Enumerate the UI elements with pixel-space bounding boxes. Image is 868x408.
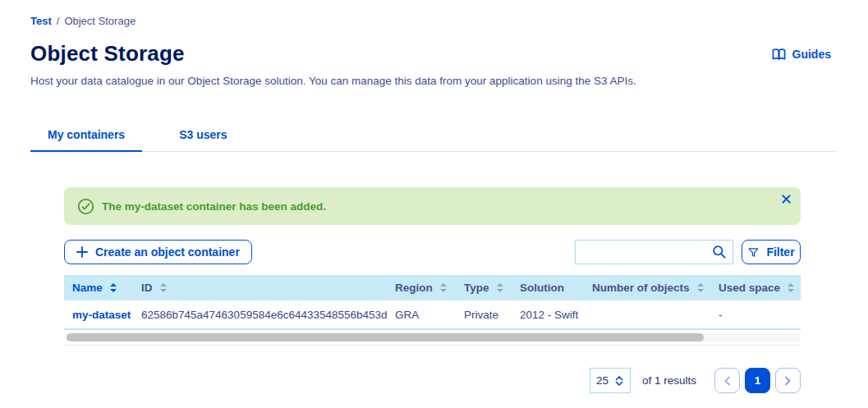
column-label: Region — [395, 282, 433, 294]
guides-link[interactable]: Guides — [772, 48, 831, 61]
column-label: Number of objects — [592, 282, 690, 294]
sort-icon — [160, 283, 167, 292]
sort-icon — [440, 283, 447, 292]
column-header-id[interactable]: ID — [141, 282, 395, 294]
search-box — [575, 240, 733, 264]
search-input[interactable] — [575, 240, 733, 264]
cell-solution: 2012 - Swift — [520, 309, 592, 321]
horizontal-scrollbar-thumb[interactable] — [67, 333, 704, 342]
tab-my-containers[interactable]: My containers — [30, 120, 142, 152]
table-row: my-dataset 62586b745a47463059584e6c64433… — [64, 300, 801, 330]
filter-button[interactable]: Filter — [742, 240, 801, 264]
next-page-button[interactable] — [775, 368, 801, 393]
tab-s3-users[interactable]: S3 users — [162, 120, 244, 152]
alert-message: The my-dataset container has been added. — [102, 200, 326, 213]
previous-page-button[interactable] — [714, 368, 740, 393]
alert-close-button[interactable] — [780, 193, 792, 205]
guides-label: Guides — [792, 48, 831, 61]
sort-icon — [697, 283, 704, 292]
plus-icon — [76, 246, 88, 258]
table-bottom-divider — [64, 345, 801, 346]
cell-id: 62586b745a47463059584e6c64433548556b453d — [141, 309, 395, 321]
table-toolbar: Create an object container Filter — [64, 240, 801, 264]
page-description: Host your data catalogue in our Object S… — [30, 75, 636, 87]
page-number-button[interactable]: 1 — [745, 368, 770, 393]
breadcrumb: Test / Object Storage — [30, 15, 135, 27]
object-storage-page: Test / Object Storage Object Storage Gui… — [0, 0, 868, 408]
breadcrumb-current: Object Storage — [64, 15, 135, 27]
column-label: Name — [72, 282, 103, 294]
cell-used-space: - — [719, 309, 801, 321]
book-icon — [772, 48, 786, 61]
container-name-link[interactable]: my-dataset — [72, 309, 131, 321]
column-header-name[interactable]: Name — [72, 282, 141, 294]
page-size-value: 25 — [596, 374, 609, 387]
column-header-number-of-objects[interactable]: Number of objects — [592, 282, 719, 294]
breadcrumb-separator: / — [57, 15, 60, 27]
sort-icon — [110, 283, 117, 292]
chevron-right-icon — [784, 376, 792, 386]
containers-table: Name ID Region Type Solution Number of o… — [64, 275, 801, 330]
filter-label: Filter — [766, 245, 794, 259]
sort-icon — [788, 283, 794, 292]
sort-icon — [497, 283, 503, 292]
success-alert: The my-dataset container has been added. — [64, 187, 801, 225]
cell-type: Private — [464, 309, 520, 321]
filter-funnel-icon — [747, 246, 760, 259]
tab-bar: My containers S3 users — [30, 120, 837, 152]
pager-buttons: 1 — [714, 368, 801, 393]
results-count-text: of 1 results — [642, 374, 696, 387]
chevron-left-icon — [723, 376, 731, 386]
check-circle-icon — [77, 198, 94, 215]
create-container-button[interactable]: Create an object container — [64, 240, 252, 264]
horizontal-scrollbar-track — [64, 333, 801, 342]
cell-region: GRA — [395, 309, 464, 321]
column-header-used-space[interactable]: Used space — [719, 282, 801, 294]
page-title: Object Storage — [30, 41, 185, 66]
page-size-select[interactable]: 25 — [590, 368, 631, 393]
pagination: 25 of 1 results 1 — [64, 368, 801, 393]
column-label: Used space — [719, 282, 780, 294]
column-label: ID — [141, 282, 153, 294]
table-header-row: Name ID Region Type Solution Number of o… — [64, 275, 801, 300]
create-container-label: Create an object container — [95, 245, 240, 259]
column-label: Type — [464, 282, 489, 294]
column-header-type[interactable]: Type — [464, 282, 520, 294]
column-header-solution: Solution — [520, 282, 592, 294]
close-icon — [782, 195, 791, 204]
column-header-region[interactable]: Region — [395, 282, 464, 294]
column-label: Solution — [520, 282, 564, 294]
select-chevrons-icon — [614, 375, 624, 387]
breadcrumb-link-test[interactable]: Test — [30, 15, 52, 27]
